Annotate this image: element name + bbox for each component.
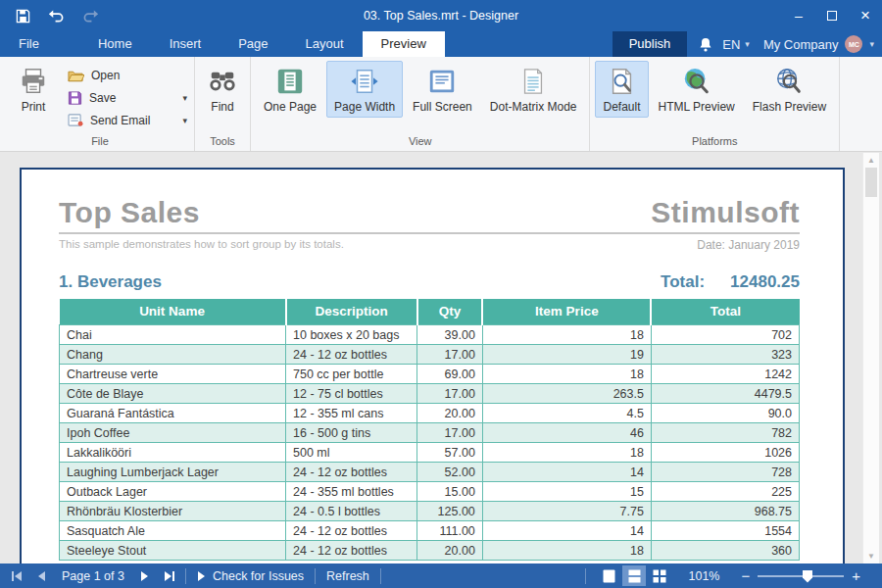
close-button[interactable]: × [849,0,882,31]
table-cell: 17.00 [417,345,482,365]
table-cell: 69.00 [417,365,482,384]
save-dropdown-button[interactable]: Save ▾ [65,86,190,109]
next-page-button[interactable] [132,564,156,588]
ribbon-group-file: Print Open Save ▾ Send Email ▾ Fi [0,57,195,151]
notifications-bell-icon[interactable] [699,37,712,52]
single-page-view-icon [603,569,615,583]
minimize-button[interactable]: – [782,0,815,31]
print-label: Print [22,101,46,115]
statusbar-separator [185,568,186,584]
scroll-down-icon[interactable]: ▼ [863,552,879,561]
dot-matrix-icon [518,67,548,96]
one-page-button[interactable]: One Page [256,61,324,118]
printer-icon [19,67,48,96]
continuous-view-button[interactable] [622,565,646,586]
redo-icon[interactable] [82,9,99,24]
ribbon: Print Open Save ▾ Send Email ▾ Fi [0,57,882,152]
table-row: Rhönbräu Klosterbier24 - 0.5 l bottles12… [60,502,800,521]
full-screen-button[interactable]: Full Screen [405,61,480,118]
column-header-qty: Qty [417,299,482,325]
table-cell: 225 [651,482,799,502]
continuous-view-icon [628,569,641,583]
scrollbar-thumb[interactable] [865,168,877,197]
group-label-tools: Tools [199,133,246,151]
send-email-label: Send Email [90,114,150,127]
table-cell: 46 [482,423,651,443]
table-cell: 39.00 [417,325,482,345]
table-cell: 24 - 355 ml bottles [286,482,417,502]
group-label-view: View [255,133,585,151]
flash-preview-icon [774,67,804,96]
check-for-issues-label: Check for Issues [213,569,304,583]
tab-page[interactable]: Page [220,31,286,57]
chevron-down-icon: ▾ [182,93,187,103]
preview-canvas: Top Sales Stimulsoft This sample demonst… [0,153,882,564]
table-cell: 12 - 355 ml cans [286,404,417,423]
last-page-button[interactable] [156,564,182,588]
report-masthead: Top Sales Stimulsoft [59,197,800,234]
table-cell: 782 [651,423,799,443]
table-cell: 19 [482,345,651,365]
dot-matrix-mode-button[interactable]: Dot-Matrix Mode [482,61,585,118]
html-preview-button[interactable]: HTML Preview [651,61,743,118]
table-cell: 24 - 0.5 l bottles [286,502,417,521]
default-preview-button[interactable]: Default [595,61,648,118]
table-cell: Chang [60,345,286,365]
one-page-icon [275,67,305,96]
zoom-slider-thumb[interactable] [803,570,812,583]
tab-file[interactable]: File [0,31,58,57]
find-button[interactable]: Find [200,61,245,118]
tab-home[interactable]: Home [79,31,151,57]
previous-page-button[interactable] [30,564,54,588]
tab-preview[interactable]: Preview [363,31,445,57]
table-cell: 360 [651,541,799,561]
language-selector[interactable]: EN ▾ [722,37,750,52]
first-page-button[interactable] [0,564,30,588]
vertical-scrollbar[interactable]: ▲ ▼ [862,153,879,564]
table-header-row: Unit Name Description Qty Item Price Tot… [60,299,800,325]
table-cell: 18 [482,443,651,463]
table-cell: 90.0 [651,404,799,423]
page-width-icon [350,67,379,96]
single-page-view-button[interactable] [597,565,620,586]
table-row: Steeleye Stout24 - 12 oz bottles20.00183… [60,541,800,561]
table-cell: 18 [482,541,651,561]
zoom-out-button[interactable]: − [733,567,758,584]
play-icon [197,571,205,581]
table-cell: 14 [482,521,651,541]
flash-preview-button[interactable]: Flash Preview [745,61,834,118]
maximize-icon [827,11,837,21]
scroll-up-icon[interactable]: ▲ [863,156,879,165]
zoom-in-button[interactable]: + [844,567,868,584]
multi-page-view-button[interactable] [648,565,671,586]
send-email-dropdown-button[interactable]: Send Email ▾ [65,109,190,131]
column-header-description: Description [286,299,417,325]
table-cell: Ipoh Coffee [60,423,286,443]
open-button[interactable]: Open [65,64,190,86]
next-page-icon [140,571,148,581]
save-icon[interactable] [16,9,30,24]
table-cell: 17.00 [417,423,482,443]
table-cell: 750 cc per bottle [286,365,417,384]
print-button[interactable]: Print [11,61,56,118]
tab-layout[interactable]: Layout [287,31,363,57]
table-cell: 17.00 [417,384,482,404]
tab-insert[interactable]: Insert [151,31,220,57]
zoom-slider[interactable] [758,575,844,577]
maximize-button[interactable] [815,0,849,31]
group-total-label: Total: [661,272,705,292]
language-label: EN [722,37,740,52]
dot-matrix-mode-label: Dot-Matrix Mode [490,101,577,115]
table-row: Guaraná Fantástica12 - 355 ml cans20.004… [60,404,800,423]
page-width-button[interactable]: Page Width [326,61,403,118]
table-cell: Steeleye Stout [60,541,286,561]
table-cell: 7.75 [482,502,651,521]
company-name: My Company [763,37,839,52]
publish-button[interactable]: Publish [612,31,688,57]
column-header-item-price: Item Price [482,299,651,325]
refresh-button[interactable]: Refresh [318,564,377,588]
table-row: Chartreuse verte750 cc per bottle69.0018… [60,365,800,384]
check-for-issues-button[interactable]: Check for Issues [189,564,312,588]
account-menu[interactable]: My Company MC ▾ [763,35,874,53]
undo-icon[interactable] [48,9,65,24]
